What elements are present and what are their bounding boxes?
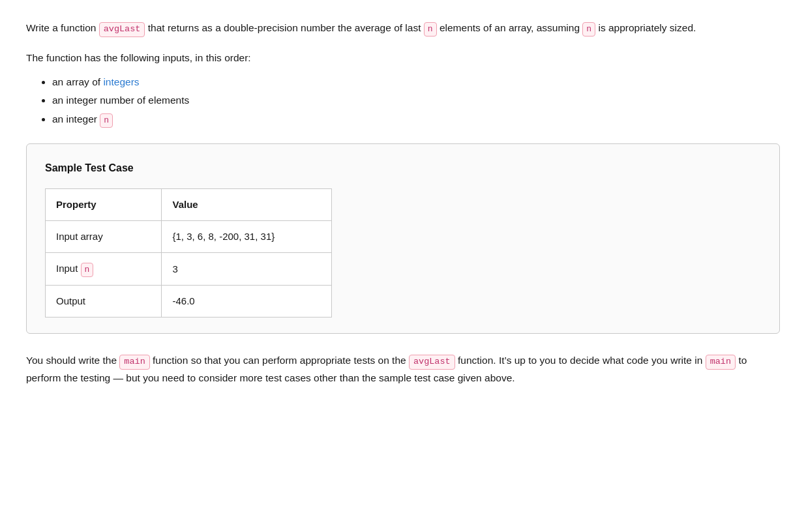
row2-property: Input n bbox=[46, 253, 162, 286]
row1-property: Input array bbox=[46, 221, 162, 253]
intro-text-after: elements of an array, assuming bbox=[437, 22, 583, 33]
table-row: Output -46.0 bbox=[46, 286, 332, 318]
row2-property-text: Input bbox=[56, 263, 81, 274]
table-header-row: Property Value bbox=[46, 189, 332, 221]
value-col-header: Value bbox=[162, 189, 332, 221]
n-tag-intro: n bbox=[424, 22, 437, 37]
n-tag-bullet: n bbox=[100, 113, 113, 128]
list-item: an integer number of elements bbox=[52, 93, 780, 109]
inputs-label: The function has the following inputs, i… bbox=[26, 50, 780, 66]
bullet-text-1a: an array of bbox=[52, 76, 103, 87]
intro-text-end: is appropriately sized. bbox=[595, 22, 696, 33]
table-row: Input n 3 bbox=[46, 253, 332, 286]
row1-value: {1, 3, 6, 8, -200, 31, 31} bbox=[162, 221, 332, 253]
bullet-text-2: an integer number of elements bbox=[52, 95, 189, 106]
list-item: an integer n bbox=[52, 111, 780, 128]
bullet-text-3a: an integer bbox=[52, 113, 100, 125]
property-col-header: Property bbox=[46, 189, 162, 221]
intro-paragraph: Write a function avgLast that returns as… bbox=[26, 20, 780, 37]
sample-title: Sample Test Case bbox=[45, 160, 761, 177]
content-area: Write a function avgLast that returns as… bbox=[26, 20, 780, 387]
avgLast-tag-intro: avgLast bbox=[99, 22, 145, 37]
sample-table: Property Value Input array {1, 3, 6, 8, … bbox=[45, 188, 332, 318]
sample-test-case-box: Sample Test Case Property Value Input ar… bbox=[26, 143, 780, 334]
row2-value: 3 bbox=[162, 253, 332, 286]
intro-text-middle: that returns as a double-precision numbe… bbox=[145, 22, 423, 33]
row3-value: -46.0 bbox=[162, 286, 332, 318]
integers-link: integers bbox=[103, 76, 139, 87]
footer-text3: function. It’s up to you to decide what … bbox=[455, 355, 706, 366]
inputs-list: an array of integers an integer number o… bbox=[52, 74, 780, 128]
intro-text-before: Write a function bbox=[26, 22, 99, 33]
footer-text1: You should write the bbox=[26, 355, 119, 366]
footer-text2: function so that you can perform appropr… bbox=[150, 355, 409, 366]
n-tag-row2: n bbox=[81, 263, 94, 277]
main-tag-footer1: main bbox=[119, 355, 149, 370]
main-tag-footer2: main bbox=[706, 355, 736, 370]
avgLast-tag-footer: avgLast bbox=[409, 355, 455, 370]
footer-paragraph: You should write the main function so th… bbox=[26, 352, 780, 386]
table-row: Input array {1, 3, 6, 8, -200, 31, 31} bbox=[46, 221, 332, 253]
n-tag-intro2: n bbox=[582, 22, 595, 37]
row3-property: Output bbox=[46, 286, 162, 318]
list-item: an array of integers bbox=[52, 74, 780, 91]
